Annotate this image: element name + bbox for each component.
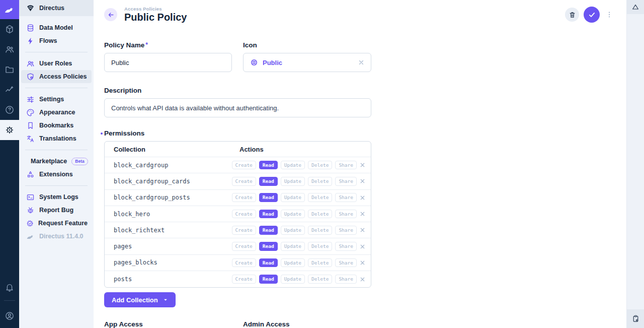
content-cube-icon[interactable] xyxy=(0,19,19,39)
sidebar-item-label: Report Bug xyxy=(39,207,73,214)
sidebar-item-report-bug[interactable]: Report Bug xyxy=(21,204,92,217)
settings-gear-icon[interactable] xyxy=(0,120,19,140)
action-chip-update[interactable]: Update xyxy=(281,258,305,268)
action-chip-share[interactable]: Share xyxy=(335,258,357,268)
remove-row-button[interactable] xyxy=(359,243,366,250)
action-chip-read[interactable]: Read xyxy=(259,161,278,170)
action-chip-update[interactable]: Update xyxy=(281,193,305,202)
action-chip-delete[interactable]: Delete xyxy=(308,242,332,251)
sidebar-item-marketplace[interactable]: Marketplace Beta xyxy=(21,155,92,168)
sidebar-item-translations[interactable]: Translations xyxy=(21,132,92,145)
remove-row-button[interactable] xyxy=(359,162,366,168)
admin-access-label: Admin Access xyxy=(243,320,371,328)
sidebar-item-bookmarks[interactable]: Bookmarks xyxy=(21,119,92,132)
remove-row-button[interactable] xyxy=(359,178,366,184)
remove-row-button[interactable] xyxy=(359,276,366,283)
action-chip-share[interactable]: Share xyxy=(335,193,357,202)
files-folder-icon[interactable] xyxy=(0,59,19,80)
policy-name-input[interactable] xyxy=(104,53,232,72)
version-label: Directus 11.4.0 xyxy=(39,233,84,240)
description-input[interactable] xyxy=(104,98,371,117)
sidebar-item-settings[interactable]: Settings xyxy=(21,93,92,106)
action-chip-read[interactable]: Read xyxy=(259,242,278,251)
action-chip-delete[interactable]: Delete xyxy=(308,161,332,170)
project-bar[interactable]: Directus xyxy=(19,0,94,16)
sidebar-item-extensions[interactable]: Extensions xyxy=(21,168,92,181)
collection-name: posts xyxy=(114,276,132,283)
clear-icon-button[interactable] xyxy=(358,59,365,66)
action-chip-share[interactable]: Share xyxy=(335,161,357,170)
action-chip-create[interactable]: Create xyxy=(232,210,256,219)
back-button[interactable] xyxy=(104,8,117,21)
action-chip-delete[interactable]: Delete xyxy=(308,193,332,202)
sidebar-item-access-policies[interactable]: Access Policies xyxy=(21,70,92,83)
action-chip-delete[interactable]: Delete xyxy=(308,258,332,268)
action-chip-create[interactable]: Create xyxy=(232,258,256,268)
action-chip-read[interactable]: Read xyxy=(259,258,278,268)
remove-row-button[interactable] xyxy=(359,227,366,233)
sidebar-item-flows[interactable]: Flows xyxy=(21,34,92,47)
action-chip-update[interactable]: Update xyxy=(281,226,305,235)
add-collection-button[interactable]: Add Collection xyxy=(104,292,176,307)
action-chip-create[interactable]: Create xyxy=(232,226,256,235)
sidebar-divider xyxy=(25,52,88,52)
sidebar-item-request-feature[interactable]: Request Feature xyxy=(21,217,92,230)
action-chip-update[interactable]: Update xyxy=(281,210,305,219)
action-chip-update[interactable]: Update xyxy=(281,275,305,284)
insights-icon[interactable] xyxy=(0,80,19,100)
action-chip-delete[interactable]: Delete xyxy=(308,177,332,186)
action-chips: CreateReadUpdateDeleteShare xyxy=(232,275,357,284)
action-chip-delete[interactable]: Delete xyxy=(308,226,332,235)
remove-row-button[interactable] xyxy=(359,259,366,266)
directus-logo-icon[interactable] xyxy=(0,0,19,19)
collection-name: block_richtext xyxy=(114,227,165,234)
sidebar-item-label: Access Policies xyxy=(39,73,87,80)
action-chip-create[interactable]: Create xyxy=(232,275,256,284)
action-chip-create[interactable]: Create xyxy=(232,177,256,186)
save-button[interactable] xyxy=(584,7,600,23)
delete-button[interactable] xyxy=(565,8,579,22)
action-chips: CreateReadUpdateDeleteShare xyxy=(232,177,357,186)
module-bar xyxy=(0,0,19,328)
action-chip-update[interactable]: Update xyxy=(281,161,305,170)
action-chip-update[interactable]: Update xyxy=(281,242,305,251)
action-chip-delete[interactable]: Delete xyxy=(308,275,332,284)
action-chip-share[interactable]: Share xyxy=(335,177,357,186)
sidebar-item-data-model[interactable]: Data Model xyxy=(21,21,92,34)
action-chip-share[interactable]: Share xyxy=(335,275,357,284)
remove-row-button[interactable] xyxy=(359,211,366,217)
page-header: Access Policies Public Policy xyxy=(94,0,626,23)
sidebar-item-user-roles[interactable]: User Roles xyxy=(21,57,92,70)
sidebar-item-system-logs[interactable]: System Logs xyxy=(21,190,92,204)
more-options-button[interactable] xyxy=(604,10,614,20)
action-chip-share[interactable]: Share xyxy=(335,210,357,219)
sidebar-toggle-triangle-icon[interactable] xyxy=(627,0,644,14)
action-chip-delete[interactable]: Delete xyxy=(308,210,332,219)
sidebar-item-appearance[interactable]: Appearance xyxy=(21,106,92,119)
icon-label: Icon xyxy=(243,41,371,49)
sidebar-item-label: Request Feature xyxy=(38,220,88,227)
action-chip-update[interactable]: Update xyxy=(281,177,305,186)
account-icon[interactable] xyxy=(0,304,19,328)
action-chip-read[interactable]: Read xyxy=(259,275,278,284)
beta-badge: Beta xyxy=(71,158,88,165)
action-chip-create[interactable]: Create xyxy=(232,161,256,170)
action-chip-create[interactable]: Create xyxy=(232,193,256,202)
activity-clipboard-icon[interactable] xyxy=(627,309,644,328)
action-chip-read[interactable]: Read xyxy=(259,210,278,219)
notifications-bell-icon[interactable] xyxy=(0,277,19,297)
action-chip-share[interactable]: Share xyxy=(335,242,357,251)
sidebar-item-label: Appearance xyxy=(39,109,75,116)
help-icon[interactable] xyxy=(0,100,19,120)
kebab-menu-icon xyxy=(605,11,613,19)
rail-divider xyxy=(4,300,15,301)
action-chip-create[interactable]: Create xyxy=(232,242,256,251)
users-icon[interactable] xyxy=(0,39,19,59)
action-chip-share[interactable]: Share xyxy=(335,226,357,235)
action-chip-read[interactable]: Read xyxy=(259,193,278,202)
icon-field[interactable]: Public xyxy=(243,53,371,72)
remove-row-button[interactable] xyxy=(359,194,366,201)
close-icon xyxy=(358,59,365,66)
action-chip-read[interactable]: Read xyxy=(259,177,278,186)
action-chip-read[interactable]: Read xyxy=(259,226,278,235)
